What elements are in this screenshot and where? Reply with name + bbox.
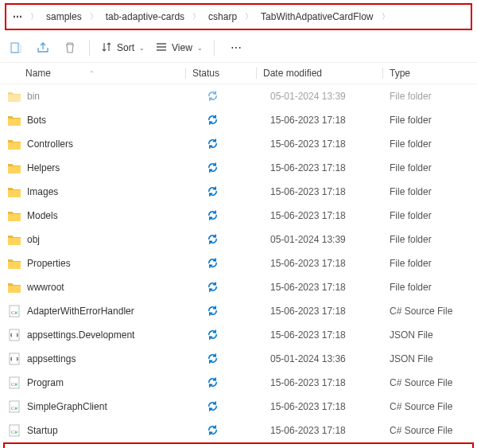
file-date: 15-06-2023 17:18 — [270, 186, 390, 197]
sync-icon — [207, 233, 219, 247]
breadcrumb-item[interactable]: csharp — [205, 10, 240, 24]
column-type[interactable]: Type — [390, 68, 477, 79]
file-row[interactable]: wwwroot15-06-2023 17:18File folder — [0, 275, 477, 299]
folder-icon — [8, 209, 21, 222]
svg-rect-0 — [11, 43, 18, 53]
sort-indicator-icon: ⌃ — [89, 70, 95, 77]
sync-icon — [207, 138, 219, 151]
folder-icon — [8, 90, 21, 103]
sort-button[interactable]: Sort ⌄ — [101, 41, 145, 55]
folder-icon — [8, 138, 21, 150]
file-list: bin05-01-2024 13:39File folderBots15-06-… — [0, 84, 477, 448]
chevron-right-icon: 〉 — [380, 11, 391, 22]
csharp-file-icon: C# — [8, 424, 21, 437]
breadcrumb-item[interactable]: tab-adaptive-cards — [103, 10, 188, 24]
file-row[interactable]: TabWithAdpativeCardFlow.csproj15-06-2023… — [3, 442, 474, 448]
sync-icon — [207, 400, 219, 414]
svg-text:C#: C# — [11, 405, 18, 411]
folder-icon — [8, 281, 21, 294]
folder-icon — [8, 114, 21, 127]
chevron-down-icon: ⌄ — [139, 45, 145, 52]
toolbar-divider — [89, 40, 90, 56]
breadcrumb: ⋯ 〉 samples 〉 tab-adaptive-cards 〉 cshar… — [10, 10, 467, 24]
file-date: 05-01-2024 13:36 — [270, 353, 390, 364]
sync-icon — [207, 376, 219, 390]
file-type: File folder — [390, 282, 477, 293]
file-date: 15-06-2023 17:18 — [270, 306, 390, 317]
new-file-icon[interactable] — [8, 40, 24, 56]
file-row[interactable]: C#Startup15-06-2023 17:18C# Source File — [0, 419, 477, 442]
file-date: 15-06-2023 17:18 — [270, 258, 390, 269]
svg-text:C#: C# — [11, 429, 18, 435]
file-type: File folder — [390, 186, 477, 197]
file-row[interactable]: C#Program15-06-2023 17:18C# Source File — [0, 371, 477, 395]
file-name: Helpers — [27, 162, 60, 173]
sync-icon — [207, 424, 219, 438]
file-row[interactable]: Properties15-06-2023 17:18File folder — [0, 251, 477, 275]
sort-label: Sort — [117, 42, 134, 53]
file-name: appsettings — [27, 353, 76, 364]
file-row[interactable]: Controllers15-06-2023 17:18File folder — [0, 132, 477, 156]
sync-icon — [207, 185, 219, 199]
csharp-file-icon: C# — [8, 400, 21, 413]
file-name: Controllers — [27, 138, 73, 150]
folder-icon — [8, 185, 21, 198]
file-row[interactable]: Images15-06-2023 17:18File folder — [0, 180, 477, 204]
file-date: 05-01-2024 13:39 — [270, 91, 390, 102]
file-row[interactable]: Helpers15-06-2023 17:18File folder — [0, 156, 477, 180]
share-icon[interactable] — [35, 40, 51, 56]
file-date: 15-06-2023 17:18 — [270, 282, 390, 293]
file-name: Images — [27, 186, 58, 197]
sync-icon — [207, 162, 219, 175]
column-date[interactable]: Date modified — [263, 68, 382, 79]
view-button[interactable]: View ⌄ — [156, 41, 203, 55]
json-file-icon — [8, 329, 21, 341]
more-button[interactable]: ⋯ — [226, 41, 246, 54]
sync-icon — [207, 305, 219, 318]
file-name: Properties — [27, 258, 71, 269]
file-date: 15-06-2023 17:18 — [270, 138, 390, 150]
chevron-down-icon: ⌄ — [197, 45, 203, 52]
file-row[interactable]: bin05-01-2024 13:39File folder — [0, 84, 477, 108]
file-name: Program — [27, 377, 64, 388]
svg-text:C#: C# — [11, 310, 18, 316]
json-file-icon — [8, 353, 21, 365]
file-date: 15-06-2023 17:18 — [270, 377, 390, 388]
file-row[interactable]: appsettings.Development15-06-2023 17:18J… — [0, 323, 477, 347]
file-name: bin — [27, 91, 40, 102]
trash-icon[interactable] — [62, 40, 78, 56]
file-type: File folder — [390, 258, 477, 269]
sync-icon — [207, 257, 219, 271]
file-type: C# Source File — [390, 377, 477, 388]
chevron-right-icon: 〉 — [88, 11, 99, 22]
file-row[interactable]: Models15-06-2023 17:18File folder — [0, 204, 477, 228]
file-date: 15-06-2023 17:18 — [270, 401, 390, 412]
file-date: 15-06-2023 17:18 — [270, 329, 390, 341]
file-row[interactable]: C#SimpleGraphClient15-06-2023 17:18C# So… — [0, 395, 477, 419]
file-date: 15-06-2023 17:18 — [270, 210, 390, 221]
file-row[interactable]: Bots15-06-2023 17:18File folder — [0, 108, 477, 132]
sort-icon — [101, 41, 112, 55]
file-type: File folder — [390, 115, 477, 126]
breadcrumb-item[interactable]: samples — [43, 10, 85, 24]
csharp-file-icon: C# — [8, 305, 21, 317]
file-type: JSON File — [390, 329, 477, 341]
file-row[interactable]: obj05-01-2024 13:39File folder — [0, 228, 477, 251]
file-type: File folder — [390, 138, 477, 150]
sync-icon — [207, 114, 219, 127]
sync-icon — [207, 329, 219, 342]
chevron-right-icon: 〉 — [29, 11, 40, 22]
column-name[interactable]: Name ⌃ — [8, 68, 185, 79]
file-date: 15-06-2023 17:18 — [270, 115, 390, 126]
folder-icon — [8, 162, 21, 174]
column-status[interactable]: Status — [192, 68, 256, 79]
file-type: C# Source File — [390, 401, 477, 412]
file-row[interactable]: C#AdapterWithErrorHandler15-06-2023 17:1… — [0, 299, 477, 323]
file-row[interactable]: appsettings05-01-2024 13:36JSON File — [0, 347, 477, 371]
file-date: 15-06-2023 17:18 — [270, 425, 390, 436]
file-name: AdapterWithErrorHandler — [27, 306, 134, 317]
view-icon — [156, 41, 167, 55]
file-name: wwwroot — [27, 282, 64, 293]
breadcrumb-overflow[interactable]: ⋯ — [10, 11, 25, 22]
breadcrumb-item[interactable]: TabWithAdpativeCardFlow — [258, 10, 376, 24]
